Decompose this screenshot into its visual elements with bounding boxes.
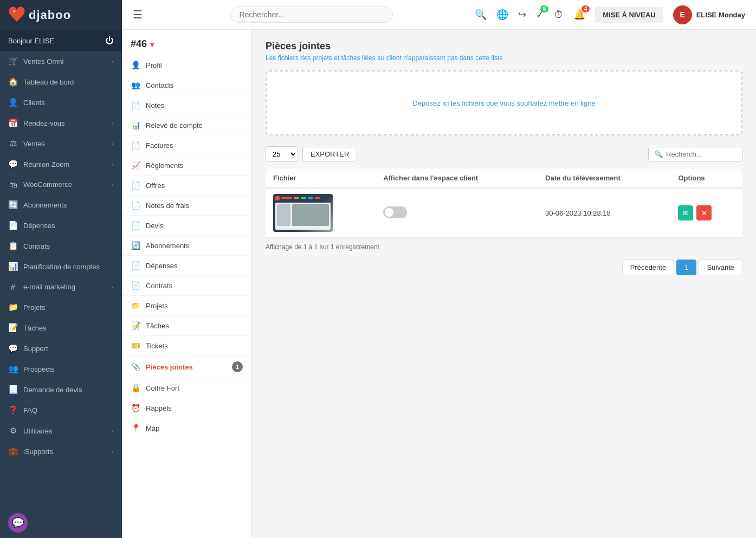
main-content: Pièces jointes Les fichiers des projets … bbox=[252, 30, 756, 538]
export-button[interactable]: EXPORTER bbox=[302, 147, 357, 161]
sidebar-item-ventes-omni[interactable]: 🛒 Ventes Omni ‹ bbox=[0, 51, 122, 72]
table-row: 30-06-2023 10:28:18 ✉ ✕ bbox=[266, 188, 742, 238]
table-search-input[interactable] bbox=[666, 150, 736, 158]
options-cell: ✉ ✕ bbox=[670, 188, 742, 238]
user-menu[interactable]: E ELISE Monday bbox=[673, 5, 745, 24]
menu-item-label: Factures bbox=[146, 141, 173, 150]
woocommerce-icon: 🛍 bbox=[8, 180, 18, 189]
sidebar-item-planification[interactable]: 📊 Planification de comptes bbox=[0, 256, 122, 277]
topbar-icons: 🔍 🌐 ↪ ✓ 6 ⏱ 🔔 4 MISE À NIVEAU E ELISE Mo… bbox=[475, 5, 745, 24]
menu-item-tickets[interactable]: 🎫 Tickets bbox=[122, 336, 251, 356]
menu-item-depenses[interactable]: 📄 Dépenses bbox=[122, 256, 251, 276]
menu-item-label: Profil bbox=[146, 61, 162, 69]
visibility-toggle[interactable] bbox=[383, 206, 407, 218]
delete-button[interactable]: ✕ bbox=[696, 205, 712, 221]
menu-item-offres[interactable]: 📄 Offres bbox=[122, 176, 251, 196]
rendez-vous-icon: 📅 bbox=[8, 118, 18, 128]
svg-point-0 bbox=[13, 10, 16, 12]
search-icon-button[interactable]: 🔍 bbox=[475, 9, 487, 21]
menu-item-label: Tâches bbox=[146, 322, 169, 330]
taches-icon: 📝 bbox=[131, 321, 140, 330]
menu-item-notes[interactable]: 📄 Notes bbox=[122, 95, 251, 115]
sidebar-item-clients[interactable]: 👤 Clients bbox=[0, 92, 122, 113]
sidebar-item-depenses[interactable]: 📄 Dépenses bbox=[0, 215, 122, 236]
chevron-icon: ‹ bbox=[112, 58, 114, 64]
upgrade-button[interactable]: MISE À NIVEAU bbox=[595, 7, 663, 23]
sidebar-item-taches[interactable]: 📝 Tâches bbox=[0, 317, 122, 338]
sidebar-item-demande-devis[interactable]: 📃 Demande de devis bbox=[0, 379, 122, 400]
page-size-select[interactable]: 25 10 50 100 bbox=[266, 146, 298, 162]
upload-zone[interactable]: Déposez ici les fichiers que vous souhai… bbox=[266, 70, 742, 135]
next-page-button[interactable]: Suivante bbox=[699, 260, 742, 275]
sidebar-item-tableau[interactable]: 🏠 Tableau de bord bbox=[0, 72, 122, 92]
sidebar-item-utilitaires[interactable]: ⚙ Utilitaires ‹ bbox=[0, 420, 122, 441]
menu-item-reglements[interactable]: 📈 Règlements bbox=[122, 155, 251, 176]
offres-icon: 📄 bbox=[131, 181, 140, 190]
file-thumbnail[interactable] bbox=[273, 194, 333, 232]
menu-item-projets[interactable]: 📁 Projets bbox=[122, 296, 251, 316]
record-dropdown-arrow[interactable]: ▾ bbox=[150, 40, 154, 49]
section-title: Pièces jointes bbox=[266, 41, 742, 52]
sidebar-item-prospects[interactable]: 👥 Prospects bbox=[0, 359, 122, 379]
topbar: ☰ 🔍 🌐 ↪ ✓ 6 ⏱ 🔔 4 MISE À NIVEAU E ELISE … bbox=[122, 0, 756, 30]
previous-page-button[interactable]: Précédente bbox=[622, 260, 675, 275]
sidebar-item-abonnements[interactable]: 🔄 Abonnements bbox=[0, 195, 122, 215]
tableau-icon: 🏠 bbox=[8, 77, 18, 87]
support-icon: 💬 bbox=[8, 343, 18, 353]
share-icon-button[interactable]: ↪ bbox=[518, 9, 526, 21]
menu-item-coffre-fort[interactable]: 🔒 Coffre Fort bbox=[122, 378, 251, 398]
sidebar-item-label: FAQ bbox=[23, 406, 37, 414]
sidebar-item-faq[interactable]: ❓ FAQ bbox=[0, 400, 122, 420]
clock-icon-button[interactable]: ⏱ bbox=[554, 9, 564, 21]
menu-item-releve[interactable]: 📊 Relevé de compte bbox=[122, 115, 251, 135]
menu-item-contrats[interactable]: 📄 Contrats bbox=[122, 276, 251, 296]
chat-bubble-button[interactable]: 💬 bbox=[8, 513, 28, 533]
sidebar-item-woocommerce[interactable]: 🛍 WooCommerce ‹ bbox=[0, 174, 122, 195]
projets-icon: 📁 bbox=[8, 302, 18, 312]
page-1-button[interactable]: 1 bbox=[676, 260, 696, 275]
sidebar-item-isupports[interactable]: 💼 iSupports ‹ bbox=[0, 441, 122, 462]
menu-item-label: Contacts bbox=[146, 81, 173, 89]
upload-zone-text: Déposez ici les fichiers que vous souhai… bbox=[412, 99, 595, 107]
search-input[interactable] bbox=[230, 7, 393, 23]
upload-date: 30-06-2023 10:28:18 bbox=[545, 209, 611, 217]
chevron-icon: ‹ bbox=[112, 427, 114, 434]
sidebar-item-support[interactable]: 💬 Support bbox=[0, 338, 122, 359]
sidebar-item-label: iSupports bbox=[23, 448, 53, 456]
avatar: E bbox=[673, 5, 692, 24]
section-subtitle: Les fichiers des projets et tâches liées… bbox=[266, 54, 742, 62]
sidebar-item-rendez-vous[interactable]: 📅 Rendez-vous ‹ bbox=[0, 113, 122, 133]
demande-devis-icon: 📃 bbox=[8, 385, 18, 394]
record-info: Affichage de 1 à 1 sur 1 enregistrement bbox=[266, 243, 742, 251]
profil-icon: 👤 bbox=[131, 61, 140, 69]
releve-icon: 📊 bbox=[131, 121, 140, 129]
email-button[interactable]: ✉ bbox=[678, 205, 693, 221]
menu-item-factures[interactable]: 📄 Factures bbox=[122, 135, 251, 155]
sidebar-item-contrats[interactable]: 📋 Contrats bbox=[0, 236, 122, 256]
menu-item-contacts[interactable]: 👥 Contacts bbox=[122, 75, 251, 95]
tasks-icon-button[interactable]: ✓ 6 bbox=[536, 9, 544, 21]
chevron-icon: ‹ bbox=[112, 182, 114, 188]
sidebar-item-reunion-zoom[interactable]: 💬 Réunion Zoom ‹ bbox=[0, 154, 122, 174]
menu-item-label: Coffre Fort bbox=[146, 384, 179, 392]
reglements-icon: 📈 bbox=[131, 161, 140, 170]
date-cell: 30-06-2023 10:28:18 bbox=[538, 188, 670, 238]
globe-icon-button[interactable]: 🌐 bbox=[496, 9, 508, 21]
sidebar-item-email-marketing[interactable]: # e-mail marketing ‹ bbox=[0, 277, 122, 297]
contacts-icon: 👥 bbox=[131, 81, 140, 89]
menu-item-pieces-jointes[interactable]: 📎 Pièces jointes 1 bbox=[122, 356, 251, 378]
sidebar-item-projets[interactable]: 📁 Projets bbox=[0, 297, 122, 317]
bell-icon-button[interactable]: 🔔 4 bbox=[573, 9, 585, 21]
pieces-jointes-badge: 1 bbox=[232, 361, 243, 372]
menu-item-profil[interactable]: 👤 Profil bbox=[122, 55, 251, 75]
menu-item-taches[interactable]: 📝 Tâches bbox=[122, 316, 251, 336]
power-icon[interactable]: ⏻ bbox=[105, 36, 114, 46]
sidebar-item-ventes[interactable]: ⚖ Ventes ‹ bbox=[0, 133, 122, 154]
menu-item-notes-frais[interactable]: 📄 Notes de frais bbox=[122, 196, 251, 216]
sidebar-item-label: Ventes Omni bbox=[23, 57, 63, 66]
menu-item-devis[interactable]: 📄 Devis bbox=[122, 216, 251, 236]
menu-item-abonnements[interactable]: 🔄 Abonnements bbox=[122, 236, 251, 256]
menu-item-rappels[interactable]: ⏰ Rappels bbox=[122, 398, 251, 418]
hamburger-menu-button[interactable]: ☰ bbox=[133, 8, 143, 21]
menu-item-map[interactable]: 📍 Map bbox=[122, 418, 251, 438]
